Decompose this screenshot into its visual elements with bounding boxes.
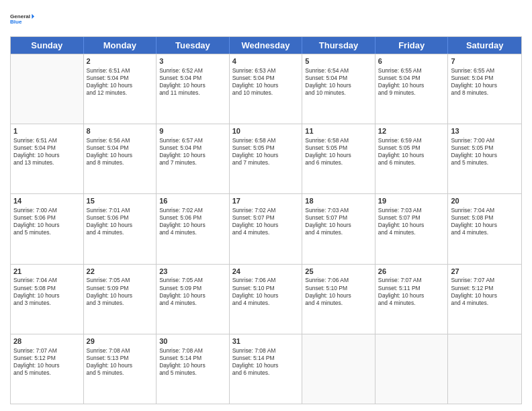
day-number: 7 [451,56,519,66]
day-number: 27 [451,267,519,277]
day-cell-30: 30Sunrise: 7:08 AM Sunset: 5:14 PM Dayli… [157,334,230,404]
day-content: Sunrise: 7:05 AM Sunset: 5:09 PM Dayligh… [159,277,226,306]
day-number: 4 [232,56,300,66]
header-day-saturday: Saturday [448,37,521,54]
day-number: 1 [13,126,81,136]
day-number: 9 [159,126,226,136]
day-number: 6 [378,56,445,66]
day-number: 19 [378,196,445,206]
day-number: 25 [305,267,372,277]
day-content: Sunrise: 7:08 AM Sunset: 5:14 PM Dayligh… [159,347,226,377]
day-cell-15: 15Sunrise: 7:01 AM Sunset: 5:06 PM Dayli… [84,194,157,263]
day-cell-21: 21Sunrise: 7:04 AM Sunset: 5:08 PM Dayli… [11,265,84,334]
day-number: 21 [13,267,81,277]
day-number: 18 [305,196,372,206]
day-content: Sunrise: 6:54 AM Sunset: 5:04 PM Dayligh… [305,67,372,97]
day-content: Sunrise: 7:06 AM Sunset: 5:10 PM Dayligh… [232,277,300,306]
empty-cell [375,334,449,404]
day-cell-4: 4Sunrise: 6:53 AM Sunset: 5:04 PM Daylig… [230,54,303,124]
day-content: Sunrise: 6:55 AM Sunset: 5:04 PM Dayligh… [378,67,445,97]
header-day-monday: Monday [84,37,157,54]
day-number: 14 [13,196,81,206]
empty-cell [11,54,84,124]
day-number: 8 [87,126,154,136]
day-number: 2 [87,56,154,66]
calendar-week-0: 2Sunrise: 6:51 AM Sunset: 5:04 PM Daylig… [11,54,521,124]
day-content: Sunrise: 6:53 AM Sunset: 5:04 PM Dayligh… [232,67,300,97]
day-cell-12: 12Sunrise: 6:59 AM Sunset: 5:05 PM Dayli… [375,124,449,193]
svg-text:Blue: Blue [10,19,22,25]
logo: General Blue [10,7,34,31]
day-number: 11 [305,126,372,136]
day-cell-3: 3Sunrise: 6:52 AM Sunset: 5:04 PM Daylig… [157,54,230,124]
day-content: Sunrise: 7:07 AM Sunset: 5:12 PM Dayligh… [451,277,519,306]
day-number: 23 [159,267,226,277]
day-cell-7: 7Sunrise: 6:55 AM Sunset: 5:04 PM Daylig… [448,54,521,124]
header: General Blue [10,7,522,31]
day-cell-6: 6Sunrise: 6:55 AM Sunset: 5:04 PM Daylig… [375,54,449,124]
day-cell-9: 9Sunrise: 6:57 AM Sunset: 5:04 PM Daylig… [157,124,230,193]
day-cell-31: 31Sunrise: 7:08 AM Sunset: 5:14 PM Dayli… [230,334,303,404]
svg-text:General: General [10,13,30,19]
day-number: 20 [451,196,519,206]
calendar-week-3: 21Sunrise: 7:04 AM Sunset: 5:08 PM Dayli… [11,264,521,334]
header-day-friday: Friday [375,37,449,54]
day-cell-8: 8Sunrise: 6:56 AM Sunset: 5:04 PM Daylig… [84,124,157,193]
day-cell-10: 10Sunrise: 6:58 AM Sunset: 5:05 PM Dayli… [230,124,303,193]
day-cell-28: 28Sunrise: 7:07 AM Sunset: 5:12 PM Dayli… [11,334,84,404]
day-content: Sunrise: 7:00 AM Sunset: 5:05 PM Dayligh… [451,137,519,167]
day-cell-29: 29Sunrise: 7:08 AM Sunset: 5:13 PM Dayli… [84,334,157,404]
day-number: 28 [13,336,81,347]
day-content: Sunrise: 7:03 AM Sunset: 5:07 PM Dayligh… [378,207,445,236]
day-cell-5: 5Sunrise: 6:54 AM Sunset: 5:04 PM Daylig… [302,54,375,124]
day-cell-24: 24Sunrise: 7:06 AM Sunset: 5:10 PM Dayli… [230,265,303,334]
day-content: Sunrise: 7:04 AM Sunset: 5:08 PM Dayligh… [13,277,81,306]
day-cell-18: 18Sunrise: 7:03 AM Sunset: 5:07 PM Dayli… [302,194,375,263]
svg-marker-2 [32,14,34,19]
day-content: Sunrise: 7:07 AM Sunset: 5:11 PM Dayligh… [378,277,445,306]
day-cell-14: 14Sunrise: 7:00 AM Sunset: 5:06 PM Dayli… [11,194,84,263]
day-number: 24 [232,267,300,277]
day-content: Sunrise: 7:06 AM Sunset: 5:10 PM Dayligh… [305,277,372,306]
day-content: Sunrise: 6:56 AM Sunset: 5:04 PM Dayligh… [87,137,154,167]
calendar: SundayMondayTuesdayWednesdayThursdayFrid… [10,36,522,404]
day-content: Sunrise: 7:00 AM Sunset: 5:06 PM Dayligh… [13,207,81,236]
day-number: 15 [87,196,154,206]
day-content: Sunrise: 6:59 AM Sunset: 5:05 PM Dayligh… [378,137,445,167]
day-content: Sunrise: 6:57 AM Sunset: 5:04 PM Dayligh… [159,137,226,167]
day-content: Sunrise: 6:58 AM Sunset: 5:05 PM Dayligh… [305,137,372,167]
day-cell-19: 19Sunrise: 7:03 AM Sunset: 5:07 PM Dayli… [375,194,449,263]
day-number: 26 [378,267,445,277]
day-number: 22 [87,267,154,277]
day-content: Sunrise: 7:04 AM Sunset: 5:08 PM Dayligh… [451,207,519,236]
empty-cell [448,334,521,404]
day-content: Sunrise: 7:02 AM Sunset: 5:07 PM Dayligh… [232,207,300,236]
header-day-tuesday: Tuesday [157,37,230,54]
header-day-sunday: Sunday [11,37,84,54]
day-content: Sunrise: 6:51 AM Sunset: 5:04 PM Dayligh… [13,137,81,167]
day-content: Sunrise: 6:58 AM Sunset: 5:05 PM Dayligh… [232,137,300,167]
day-content: Sunrise: 7:01 AM Sunset: 5:06 PM Dayligh… [87,207,154,236]
calendar-week-4: 28Sunrise: 7:07 AM Sunset: 5:12 PM Dayli… [11,334,521,404]
day-cell-25: 25Sunrise: 7:06 AM Sunset: 5:10 PM Dayli… [302,265,375,334]
day-content: Sunrise: 7:03 AM Sunset: 5:07 PM Dayligh… [305,207,372,236]
day-content: Sunrise: 6:55 AM Sunset: 5:04 PM Dayligh… [451,67,519,97]
calendar-header: SundayMondayTuesdayWednesdayThursdayFrid… [11,37,521,54]
logo-svg: General Blue [10,7,34,31]
day-cell-27: 27Sunrise: 7:07 AM Sunset: 5:12 PM Dayli… [448,265,521,334]
day-number: 16 [159,196,226,206]
day-number: 13 [451,126,519,136]
day-cell-17: 17Sunrise: 7:02 AM Sunset: 5:07 PM Dayli… [230,194,303,263]
day-cell-16: 16Sunrise: 7:02 AM Sunset: 5:06 PM Dayli… [157,194,230,263]
page: General Blue SundayMondayTuesdayWednesda… [0,0,532,411]
day-number: 10 [232,126,300,136]
header-day-thursday: Thursday [302,37,375,54]
day-number: 31 [232,336,300,347]
day-cell-1: 1Sunrise: 6:51 AM Sunset: 5:04 PM Daylig… [11,124,84,193]
day-number: 17 [232,196,300,206]
day-cell-2: 2Sunrise: 6:51 AM Sunset: 5:04 PM Daylig… [84,54,157,124]
calendar-body: 2Sunrise: 6:51 AM Sunset: 5:04 PM Daylig… [11,54,521,404]
day-cell-22: 22Sunrise: 7:05 AM Sunset: 5:09 PM Dayli… [84,265,157,334]
day-number: 5 [305,56,372,66]
day-cell-11: 11Sunrise: 6:58 AM Sunset: 5:05 PM Dayli… [302,124,375,193]
